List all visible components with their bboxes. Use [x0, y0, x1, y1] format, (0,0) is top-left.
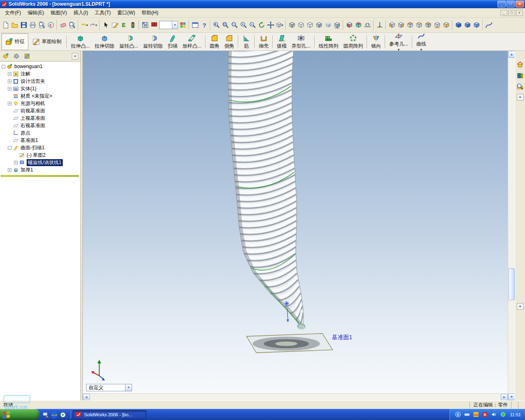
- zonealarm-icon[interactable]: ZA: [473, 411, 479, 418]
- horizontal-scrollbar[interactable]: ◄ ►: [83, 393, 508, 400]
- start-button[interactable]: [0, 409, 39, 420]
- zoom-to-fit-icon[interactable]: [221, 20, 230, 30]
- menu-item-4[interactable]: 工具(T): [91, 8, 114, 18]
- view-settings-combo[interactable]: 自定义 ▼: [86, 384, 132, 391]
- status-help-icon[interactable]: ?: [518, 402, 525, 409]
- scroll-down-icon[interactable]: ▼: [508, 393, 515, 400]
- tree-expander-icon[interactable]: -: [2, 65, 5, 68]
- media-player-icon[interactable]: [59, 411, 66, 418]
- tree-item-11[interactable]: -曲面-扫描1: [0, 144, 80, 151]
- publish-edrawings-icon[interactable]: e: [46, 20, 55, 30]
- show-desktop-icon[interactable]: [42, 411, 49, 418]
- reference-triad-icon[interactable]: [375, 20, 384, 30]
- tree-item-10[interactable]: 基准面1: [0, 137, 80, 144]
- front-view-icon[interactable]: [388, 20, 397, 30]
- tree-item-1[interactable]: +A注解: [0, 70, 80, 78]
- hidden-lines-removed-icon[interactable]: [306, 20, 315, 30]
- design-table-icon[interactable]: [141, 20, 150, 30]
- menu-item-0[interactable]: 文件(F): [2, 8, 24, 18]
- help-icon[interactable]: ?: [200, 20, 209, 30]
- zoom-in-out-icon[interactable]: [239, 20, 248, 30]
- tree-expander-icon[interactable]: -: [8, 146, 11, 150]
- rotate-view-icon[interactable]: [257, 20, 266, 30]
- print-preview-icon[interactable]: [37, 20, 46, 30]
- circular-pattern-button[interactable]: 圆周阵列: [341, 33, 365, 50]
- curves-button[interactable]: 曲线▼: [414, 33, 429, 50]
- edrawings-icon[interactable]: E: [119, 20, 128, 30]
- minimize-button[interactable]: _: [498, 1, 506, 7]
- top-view-icon[interactable]: [424, 20, 433, 30]
- volume-icon[interactable]: [491, 411, 498, 418]
- task-pane-collapse-low-button[interactable]: «: [517, 303, 524, 310]
- save-icon[interactable]: [19, 20, 28, 30]
- sketch-icon[interactable]: [110, 20, 119, 30]
- task-pane-collapse-button[interactable]: «: [517, 94, 524, 100]
- menu-item-3[interactable]: 插入(I): [70, 8, 91, 18]
- tree-item-3[interactable]: +实体(1): [0, 85, 80, 92]
- configurationmanager-tab-icon[interactable]: [23, 52, 31, 60]
- redo-icon[interactable]: ▼: [89, 20, 98, 30]
- pan-icon[interactable]: [266, 20, 275, 30]
- view-orientation-icon[interactable]: ▼: [275, 20, 284, 30]
- back-view-icon[interactable]: [397, 20, 406, 30]
- fillet-button[interactable]: 圆角: [207, 33, 222, 50]
- loft-button[interactable]: 放样凸...: [180, 33, 204, 50]
- zoom-to-area-icon[interactable]: [230, 20, 239, 30]
- file-explorer-icon[interactable]: [516, 83, 524, 90]
- tree-item-14[interactable]: +加厚1: [0, 166, 80, 173]
- perspective-icon[interactable]: [363, 20, 372, 30]
- menu-item-6[interactable]: 帮助(H): [138, 8, 162, 18]
- trimetric-view-icon[interactable]: [472, 20, 481, 30]
- document-zoom-icon[interactable]: [68, 20, 77, 30]
- curvature-icon[interactable]: [354, 20, 363, 30]
- edit-color-icon[interactable]: [178, 20, 187, 30]
- bom-table-icon[interactable]: [150, 20, 159, 30]
- sketch-tab-button[interactable]: 草图绘制: [28, 33, 65, 50]
- menu-item-1[interactable]: 编辑(E): [24, 8, 47, 18]
- network-icon[interactable]: [464, 411, 470, 418]
- new-icon[interactable]: [1, 20, 10, 30]
- taskbar-task-solidworks[interactable]: SolidWorks 2006 - [bo...: [73, 410, 146, 419]
- zoom-to-selection-icon[interactable]: [248, 20, 257, 30]
- left-view-icon[interactable]: [406, 20, 415, 30]
- antivirus-icon[interactable]: K: [482, 411, 488, 418]
- right-view-icon[interactable]: [415, 20, 424, 30]
- shell-button[interactable]: 抽壳: [256, 33, 271, 50]
- draft-button[interactable]: 拔模: [274, 33, 289, 50]
- select-icon[interactable]: [101, 20, 110, 30]
- vscroll-thumb[interactable]: [509, 268, 515, 300]
- vertical-scrollbar[interactable]: ▲ ▼: [508, 51, 515, 400]
- design-library-icon[interactable]: [516, 72, 524, 79]
- tree-expander-icon[interactable]: +: [8, 87, 11, 91]
- open-icon[interactable]: [10, 20, 19, 30]
- tree-item-6[interactable]: 前视基准面: [0, 107, 80, 114]
- menu-item-2[interactable]: 视图(V): [47, 8, 70, 18]
- reference-geometry-button[interactable]: 参考几...▼: [387, 33, 411, 50]
- scroll-left-icon[interactable]: ◄: [83, 394, 90, 401]
- extruded-boss-button[interactable]: 拉伸凸...: [68, 33, 92, 50]
- panel-collapse-button[interactable]: »: [72, 53, 78, 59]
- maximize-button[interactable]: □: [507, 1, 515, 7]
- dimetric-view-icon[interactable]: [463, 20, 472, 30]
- features-tab-button[interactable]: 特征: [1, 33, 28, 50]
- window-layout-icon[interactable]: [191, 20, 200, 30]
- solidworks-resources-icon[interactable]: [516, 61, 524, 68]
- undo-icon[interactable]: ▼: [80, 20, 89, 30]
- graphics-viewport[interactable]: 基准面1 自定义 ▼ ◄ ►: [83, 51, 508, 400]
- mdi-minimize-button[interactable]: _: [500, 10, 507, 16]
- menu-item-5[interactable]: 窗口(W): [114, 8, 138, 18]
- hscroll-track[interactable]: [90, 394, 501, 400]
- shaded-with-edges-icon[interactable]: [315, 20, 324, 30]
- scroll-right-icon[interactable]: ►: [501, 394, 508, 401]
- hidden-lines-visible-icon[interactable]: [297, 20, 306, 30]
- selection-filter-combo[interactable]: ▼: [159, 21, 178, 29]
- tree-expander-icon[interactable]: +: [8, 102, 11, 105]
- tree-expander-icon[interactable]: +: [8, 72, 11, 76]
- normal-to-icon[interactable]: [454, 20, 463, 30]
- tree-item-5[interactable]: +光源与相机: [0, 100, 80, 107]
- tray-chevron-icon[interactable]: [455, 411, 461, 418]
- view-previous-icon[interactable]: [212, 20, 221, 30]
- hole-wizard-button[interactable]: 异型孔...: [289, 33, 313, 50]
- linear-pattern-button[interactable]: 线性阵列: [316, 33, 341, 50]
- scroll-up-icon[interactable]: ▲: [508, 51, 515, 58]
